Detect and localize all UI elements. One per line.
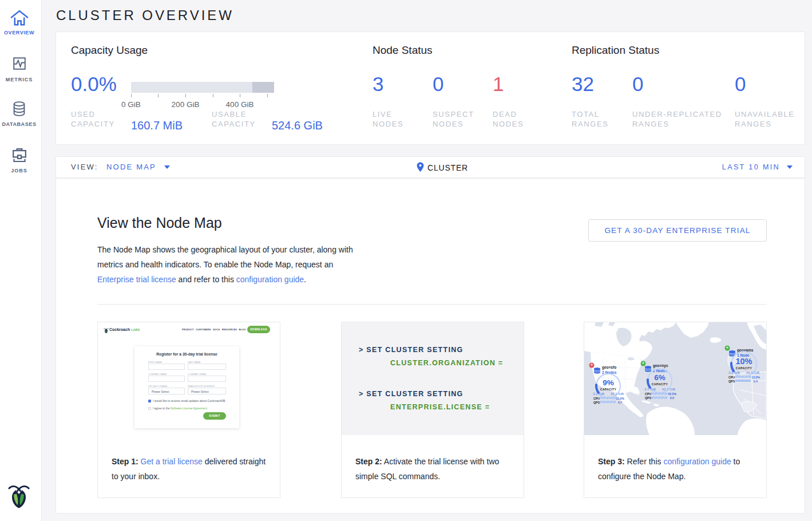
svg-text:CAPACITY: CAPACITY xyxy=(652,382,668,386)
svg-text:34.4 GiB: 34.4 GiB xyxy=(746,371,759,374)
svg-text:9%: 9% xyxy=(603,378,614,387)
svg-text:10%: 10% xyxy=(735,357,752,366)
svg-text:QPS: QPS xyxy=(593,401,600,404)
svg-text:geo=sfo: geo=sfo xyxy=(602,365,616,370)
svg-text:CAPACITY: CAPACITY xyxy=(600,388,617,391)
svg-text:QPS: QPS xyxy=(645,396,652,400)
svg-text:13.3%: 13.3% xyxy=(751,376,760,379)
svg-text:CPU: CPU xyxy=(593,397,600,400)
svg-text:CPU: CPU xyxy=(728,376,735,379)
svg-text:35.1 GiB: 35.1 GiB xyxy=(611,392,624,396)
svg-text:3.2 GiB: 3.2 GiB xyxy=(593,392,604,396)
svg-text:0.0: 0.0 xyxy=(670,396,674,400)
svg-text:42.5%: 42.5% xyxy=(668,392,676,396)
svg-text:4.7: 4.7 xyxy=(618,401,622,404)
svg-text:QPS: QPS xyxy=(728,380,735,383)
svg-text:3.7 GiB: 3.7 GiB xyxy=(644,388,656,391)
svg-text:CAPACITY: CAPACITY xyxy=(736,366,752,370)
svg-text:11.0%: 11.0% xyxy=(616,397,624,400)
svg-text:0.4: 0.4 xyxy=(754,380,758,383)
svg-text:3.6 GiB: 3.6 GiB xyxy=(728,371,740,374)
svg-text:CPU: CPU xyxy=(645,392,651,396)
svg-text:geo=nyc: geo=nyc xyxy=(653,364,668,368)
svg-text:43.7 GiB: 43.7 GiB xyxy=(662,388,675,391)
svg-text:6%: 6% xyxy=(654,373,666,382)
